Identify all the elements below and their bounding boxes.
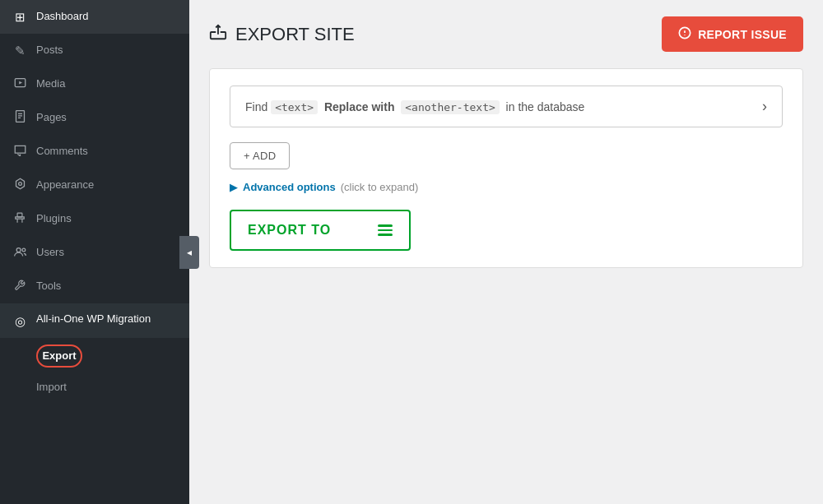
export-to-button[interactable]: EXPORT TO: [230, 210, 411, 251]
svg-point-9: [22, 248, 26, 252]
appearance-icon: [12, 177, 28, 194]
find-replace-text: Find <text> Replace with <another-text> …: [245, 100, 584, 113]
sidebar-item-users[interactable]: Users: [0, 236, 189, 270]
sidebar-item-label: Tools: [36, 279, 61, 294]
sidebar-item-tools[interactable]: Tools: [0, 270, 189, 303]
sidebar-item-label: Pages: [36, 110, 67, 125]
sidebar-item-appearance[interactable]: Appearance: [0, 169, 189, 202]
main-content: EXPORT SITE REPORT ISSUE Find <text> Rep…: [189, 0, 823, 504]
advanced-options-label: Advanced options: [243, 181, 336, 193]
media-icon: [12, 76, 28, 93]
page-title: EXPORT SITE: [209, 23, 355, 45]
sidebar-item-comments[interactable]: Comments: [0, 135, 189, 169]
posts-icon: ✎: [12, 42, 28, 59]
content-box: Find <text> Replace with <another-text> …: [209, 68, 803, 268]
advanced-options-hint: (click to expand): [341, 181, 419, 193]
advanced-options[interactable]: ▶ Advanced options (click to expand): [230, 181, 783, 193]
sidebar-item-pages[interactable]: Pages: [0, 101, 189, 135]
export-label: Export: [36, 344, 82, 368]
sidebar-item-dashboard[interactable]: ⊞ Dashboard: [0, 0, 189, 34]
sidebar-collapse-arrow[interactable]: ◂: [179, 236, 199, 269]
svg-point-12: [685, 35, 686, 35]
sidebar-item-label: Plugins: [36, 211, 72, 226]
find-replace-chevron-icon: ›: [762, 98, 767, 115]
tools-icon: [12, 278, 28, 295]
plugins-icon: [12, 210, 28, 228]
svg-marker-1: [19, 81, 22, 85]
sidebar-item-label: Appearance: [36, 178, 94, 192]
sidebar-item-label: Users: [36, 245, 64, 260]
users-icon: [12, 244, 28, 261]
sidebar-submenu-item-import[interactable]: Import: [0, 374, 189, 400]
warning-icon: [678, 26, 691, 42]
svg-point-6: [18, 183, 21, 186]
sidebar-item-label: Comments: [36, 144, 88, 159]
svg-point-8: [16, 248, 21, 252]
sidebar-item-media[interactable]: Media: [0, 67, 189, 101]
pages-icon: [12, 109, 28, 127]
report-issue-label: REPORT ISSUE: [698, 28, 787, 41]
collapse-chevron-icon: ◂: [187, 247, 192, 258]
import-label: Import: [36, 381, 67, 393]
allinone-submenu: Export Import: [0, 338, 189, 400]
dashboard-icon: ⊞: [12, 8, 28, 25]
add-button-label: + ADD: [244, 150, 276, 162]
sidebar-item-posts[interactable]: ✎ Posts: [0, 34, 189, 67]
sidebar-item-label: Media: [36, 76, 65, 91]
advanced-options-arrow-icon: ▶: [230, 181, 238, 193]
add-button[interactable]: + ADD: [230, 142, 290, 169]
sidebar: ⊞ Dashboard ✎ Posts Media Pages Comments…: [0, 0, 189, 504]
hamburger-icon: [378, 224, 393, 236]
sidebar-submenu-item-export[interactable]: Export: [0, 338, 189, 374]
page-header: EXPORT SITE REPORT ISSUE: [209, 16, 803, 52]
sidebar-item-allinone[interactable]: ◎ All-in-One WP Migration: [0, 303, 189, 338]
sidebar-item-plugins[interactable]: Plugins: [0, 202, 189, 236]
svg-rect-7: [17, 213, 22, 217]
find-replace-bar[interactable]: Find <text> Replace with <another-text> …: [230, 86, 783, 127]
allinone-icon: ◎: [12, 312, 28, 330]
comments-icon: [12, 143, 28, 160]
sidebar-item-label: Dashboard: [36, 9, 89, 24]
export-to-label: EXPORT TO: [248, 223, 331, 238]
sidebar-item-label: All-in-One WP Migration: [36, 312, 151, 326]
report-issue-button[interactable]: REPORT ISSUE: [662, 16, 803, 52]
export-site-icon: [209, 23, 227, 45]
sidebar-item-label: Posts: [36, 43, 63, 58]
